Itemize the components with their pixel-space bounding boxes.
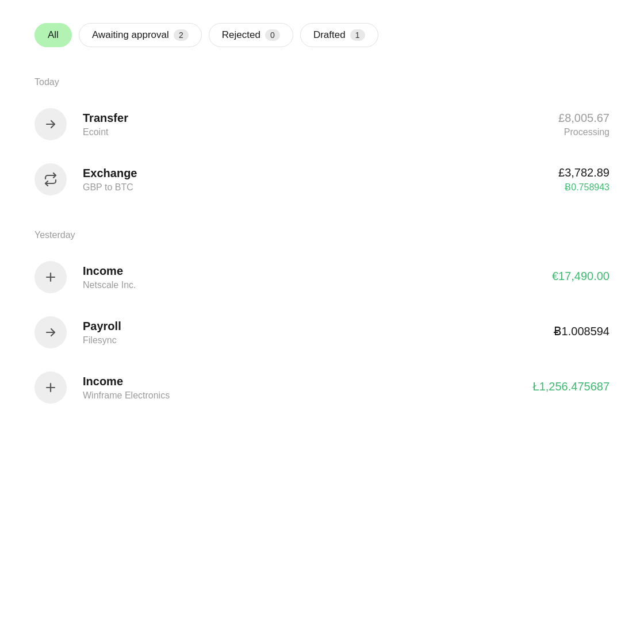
filter-label-rejected: Rejected (222, 29, 260, 41)
tx-icon-exchange (34, 163, 67, 195)
tx-amount-primary-tx1: £8,005.67 (558, 112, 610, 125)
tx-amounts-tx1: £8,005.67Processing (558, 112, 610, 137)
tx-amounts-tx5: Ł1,256.475687 (533, 380, 610, 396)
filter-badge-drafted: 1 (350, 29, 365, 41)
transaction-item-tx3[interactable]: IncomeNetscale Inc.€17,490.00 (34, 250, 610, 305)
filter-tab-all[interactable]: All (34, 23, 72, 47)
tx-subtitle-tx1: Ecoint (83, 127, 558, 137)
filter-badge-rejected: 0 (265, 29, 280, 41)
transaction-item-tx1[interactable]: TransferEcoint£8,005.67Processing (34, 97, 610, 152)
tx-amount-secondary-tx1: Processing (558, 127, 610, 137)
filter-badge-awaiting: 2 (174, 29, 189, 41)
tx-amount-primary-tx2: £3,782.89 (558, 166, 610, 179)
filter-label-drafted: Drafted (313, 29, 346, 41)
tx-subtitle-tx3: Netscale Inc. (83, 280, 552, 290)
tx-title-tx4: Payroll (83, 320, 554, 333)
transaction-item-tx4[interactable]: PayrollFilesyncɃ1.008594 (34, 305, 610, 360)
tx-amount-secondary-tx2: Ƀ0.758943 (558, 182, 610, 193)
tx-icon-arrow-right (34, 316, 67, 348)
tx-icon-arrow-right (34, 108, 67, 140)
tx-details-tx3: IncomeNetscale Inc. (83, 264, 552, 290)
tx-title-tx5: Income (83, 375, 533, 388)
filter-label-awaiting: Awaiting approval (92, 29, 169, 41)
filter-tab-awaiting[interactable]: Awaiting approval2 (79, 23, 202, 47)
tx-title-tx2: Exchange (83, 167, 558, 180)
transaction-item-tx2[interactable]: ExchangeGBP to BTC£3,782.89Ƀ0.758943 (34, 152, 610, 207)
tx-details-tx1: TransferEcoint (83, 112, 558, 137)
tx-icon-plus (34, 261, 67, 293)
tx-details-tx5: IncomeWinframe Electronics (83, 375, 533, 401)
tx-amounts-tx4: Ƀ1.008594 (554, 324, 610, 340)
tx-details-tx2: ExchangeGBP to BTC (83, 167, 558, 193)
transaction-list: Today TransferEcoint£8,005.67Processing … (34, 59, 610, 420)
transaction-item-tx5[interactable]: IncomeWinframe ElectronicsŁ1,256.475687 (34, 360, 610, 415)
tx-details-tx4: PayrollFilesync (83, 320, 554, 346)
tx-amount-primary-tx3: €17,490.00 (552, 270, 610, 283)
tx-subtitle-tx2: GBP to BTC (83, 182, 558, 193)
filter-tab-drafted[interactable]: Drafted1 (300, 23, 378, 47)
tx-amounts-tx3: €17,490.00 (552, 270, 610, 285)
tx-title-tx1: Transfer (83, 112, 558, 125)
tx-subtitle-tx5: Winframe Electronics (83, 390, 533, 401)
tx-icon-plus (34, 371, 67, 404)
tx-amount-primary-tx4: Ƀ1.008594 (554, 324, 610, 338)
section-today: Today TransferEcoint£8,005.67Processing … (34, 59, 610, 207)
tx-title-tx3: Income (83, 264, 552, 278)
filter-bar: AllAwaiting approval2Rejected0Drafted1 (34, 14, 610, 59)
filter-label-all: All (48, 29, 59, 41)
tx-amount-primary-tx5: Ł1,256.475687 (533, 380, 610, 393)
tx-subtitle-tx4: Filesync (83, 335, 554, 346)
section-label-today: Today (34, 77, 610, 87)
tx-amounts-tx2: £3,782.89Ƀ0.758943 (558, 166, 610, 193)
section-label-yesterday: Yesterday (34, 230, 610, 240)
filter-tab-rejected[interactable]: Rejected0 (209, 23, 293, 47)
section-yesterday: Yesterday IncomeNetscale Inc.€17,490.00 … (34, 212, 610, 415)
